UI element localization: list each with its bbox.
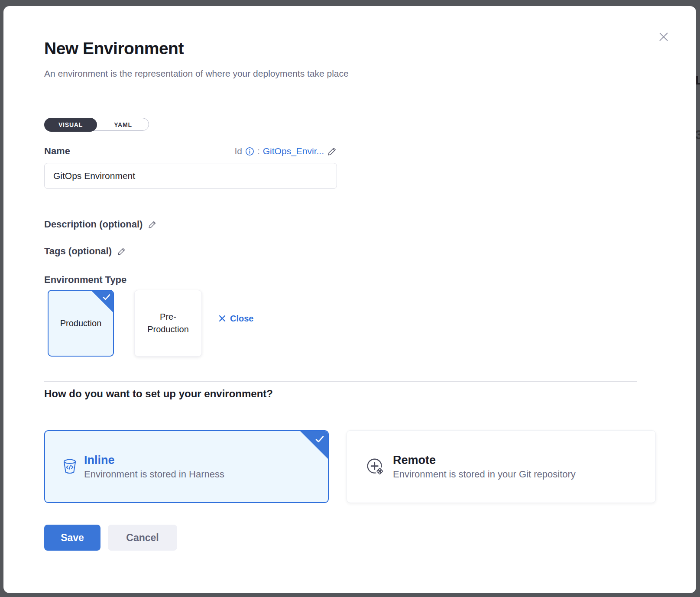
setup-card-title: Inline — [84, 454, 224, 467]
setup-section-heading: How do you want to set up your environme… — [44, 388, 273, 400]
setup-card-description: Environment is stored in Harness — [84, 469, 224, 480]
save-button[interactable]: Save — [44, 525, 100, 551]
visual-yaml-toggle: VISUAL YAML — [44, 118, 149, 131]
env-type-card-production[interactable]: Production — [48, 290, 114, 357]
edit-id-icon[interactable] — [327, 146, 337, 156]
setup-card-remote[interactable]: Remote Environment is stored in your Git… — [347, 430, 656, 503]
description-row: Description (optional) — [44, 219, 157, 230]
description-label: Description (optional) — [44, 219, 143, 230]
check-icon — [103, 294, 110, 301]
check-icon — [315, 435, 324, 443]
env-type-card-pre-production[interactable]: Pre-Production — [134, 290, 202, 357]
name-input[interactable] — [44, 163, 337, 189]
close-icon[interactable] — [656, 29, 671, 45]
entity-id-row: Id : GitOps_Envir... — [177, 145, 337, 158]
tab-visual[interactable]: VISUAL — [44, 118, 97, 132]
remote-store-icon — [365, 457, 385, 477]
environment-type-label: Environment Type — [44, 274, 126, 286]
id-separator: : — [257, 146, 260, 156]
close-env-type-selector-link[interactable]: Close — [219, 311, 253, 326]
name-field-label: Name — [44, 146, 70, 157]
env-type-card-label: Production — [57, 317, 105, 330]
page-title: New Environment — [44, 39, 184, 58]
edit-tags-icon[interactable] — [117, 247, 126, 256]
info-icon[interactable] — [245, 147, 254, 156]
close-x-glyph — [657, 30, 670, 43]
env-type-card-label: Pre-Production — [144, 311, 192, 336]
entity-id-value[interactable]: GitOps_Envir... — [263, 146, 324, 156]
setup-card-title: Remote — [393, 454, 576, 467]
tags-row: Tags (optional) — [44, 246, 126, 257]
inline-store-icon — [63, 459, 76, 474]
id-label: Id — [234, 146, 242, 156]
close-x-icon — [219, 315, 226, 322]
setup-card-inline[interactable]: Inline Environment is stored in Harness — [44, 430, 329, 503]
section-divider — [44, 381, 637, 382]
cancel-button[interactable]: Cancel — [108, 525, 177, 551]
tab-yaml[interactable]: YAML — [97, 118, 149, 131]
edit-description-icon[interactable] — [148, 220, 157, 229]
close-link-label: Close — [230, 314, 253, 324]
setup-card-description: Environment is stored in your Git reposi… — [393, 469, 576, 480]
page-subtitle: An environment is the representation of … — [44, 68, 349, 79]
tags-label: Tags (optional) — [44, 246, 112, 257]
new-environment-dialog: New Environment An environment is the re… — [3, 6, 696, 593]
